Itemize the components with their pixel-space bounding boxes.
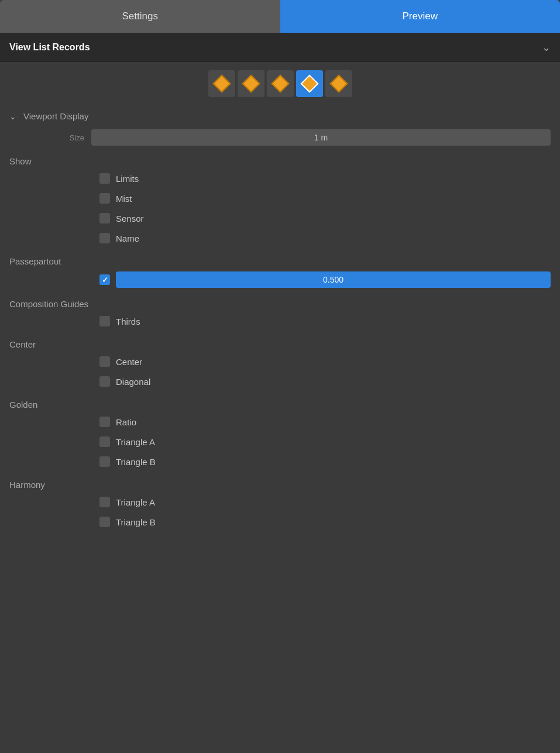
mist-label: Mist: [116, 194, 132, 204]
chevron-down-icon: ⌄: [542, 41, 551, 54]
harmony-group-label: Harmony: [0, 474, 560, 492]
ratio-checkbox[interactable]: [99, 417, 110, 427]
harmony-triangle-b-row: Triangle B: [0, 512, 560, 532]
golden-group-label: Golden: [0, 394, 560, 412]
composition-guides-section: Composition Guides Thirds: [0, 293, 560, 333]
thirds-row: Thirds: [0, 311, 560, 331]
composition-guides-group-label: Composition Guides: [0, 293, 560, 311]
sensor-row: Sensor: [0, 208, 560, 228]
name-row: Name: [0, 228, 560, 248]
harmony-triangle-b-label: Triangle B: [116, 517, 156, 527]
viewport-display-section: ⌄ Viewport Display Size: [0, 105, 560, 150]
golden-section: Golden Ratio Triangle A Triangle B: [0, 394, 560, 474]
passepartout-group-label: Passepartout: [0, 250, 560, 269]
diamond-btn-3[interactable]: [267, 70, 294, 97]
limits-row: Limits: [0, 169, 560, 188]
tab-preview[interactable]: Preview: [280, 0, 561, 33]
golden-triangle-a-label: Triangle A: [116, 437, 155, 447]
show-group-label: Show: [0, 150, 560, 169]
center-label: Center: [116, 357, 142, 367]
thirds-checkbox[interactable]: [99, 316, 110, 326]
tab-preview-label: Preview: [403, 11, 438, 22]
passepartout-input[interactable]: [116, 271, 551, 288]
diamond-btn-5[interactable]: [325, 70, 352, 97]
center-group-label: Center: [0, 333, 560, 352]
center-checkbox[interactable]: [99, 356, 110, 367]
name-label: Name: [116, 233, 139, 243]
passepartout-section: Passepartout: [0, 250, 560, 293]
ratio-label: Ratio: [116, 417, 136, 427]
harmony-triangle-a-checkbox[interactable]: [99, 497, 110, 507]
diamond-icon-2: [242, 74, 260, 92]
viewport-display-header[interactable]: ⌄ Viewport Display: [0, 105, 560, 127]
golden-triangle-b-row: Triangle B: [0, 452, 560, 472]
diamond-icon-4: [300, 74, 318, 92]
diamond-btn-4[interactable]: [296, 70, 323, 97]
diamond-icon-1: [212, 74, 231, 92]
harmony-triangle-b-checkbox[interactable]: [99, 517, 110, 527]
thirds-label: Thirds: [116, 317, 140, 326]
diamond-icon-3: [271, 74, 289, 92]
tab-settings[interactable]: Settings: [0, 0, 280, 33]
size-input[interactable]: [91, 129, 551, 146]
size-label: Size: [9, 133, 91, 142]
tab-settings-label: Settings: [122, 11, 158, 22]
diagonal-row: Diagonal: [0, 372, 560, 391]
viewport-display-title: Viewport Display: [23, 111, 88, 121]
tab-bar: Settings Preview: [0, 0, 560, 33]
harmony-section: Harmony Triangle A Triangle B: [0, 474, 560, 534]
center-checkbox-row: Center: [0, 352, 560, 372]
sensor-checkbox[interactable]: [99, 213, 110, 224]
harmony-triangle-a-row: Triangle A: [0, 492, 560, 512]
passepartout-row: [0, 269, 560, 291]
center-section: Center Center Diagonal: [0, 333, 560, 394]
size-value-container: [91, 129, 551, 146]
show-section: Show Limits Mist Sensor Name: [0, 150, 560, 250]
golden-triangle-a-checkbox[interactable]: [99, 436, 110, 447]
limits-label: Limits: [116, 174, 139, 184]
collapse-arrow-icon: ⌄: [9, 112, 16, 121]
diamond-icon-5: [329, 74, 348, 92]
ratio-row: Ratio: [0, 412, 560, 432]
golden-triangle-b-label: Triangle B: [116, 457, 156, 467]
dropdown-row[interactable]: View List Records ⌄: [0, 33, 560, 62]
name-checkbox[interactable]: [99, 233, 110, 243]
passepartout-checkbox[interactable]: [99, 274, 110, 285]
diamond-btn-1[interactable]: [208, 70, 235, 97]
golden-triangle-a-row: Triangle A: [0, 432, 560, 452]
dropdown-label: View List Records: [9, 42, 90, 53]
mist-row: Mist: [0, 188, 560, 208]
golden-triangle-b-checkbox[interactable]: [99, 456, 110, 467]
diamond-buttons-row: [0, 62, 560, 105]
size-row: Size: [0, 127, 560, 148]
sensor-label: Sensor: [116, 214, 144, 224]
diamond-btn-2[interactable]: [238, 70, 264, 97]
diagonal-label: Diagonal: [116, 377, 150, 387]
limits-checkbox[interactable]: [99, 173, 110, 184]
harmony-triangle-a-label: Triangle A: [116, 497, 155, 507]
diagonal-checkbox[interactable]: [99, 376, 110, 387]
mist-checkbox[interactable]: [99, 193, 110, 204]
